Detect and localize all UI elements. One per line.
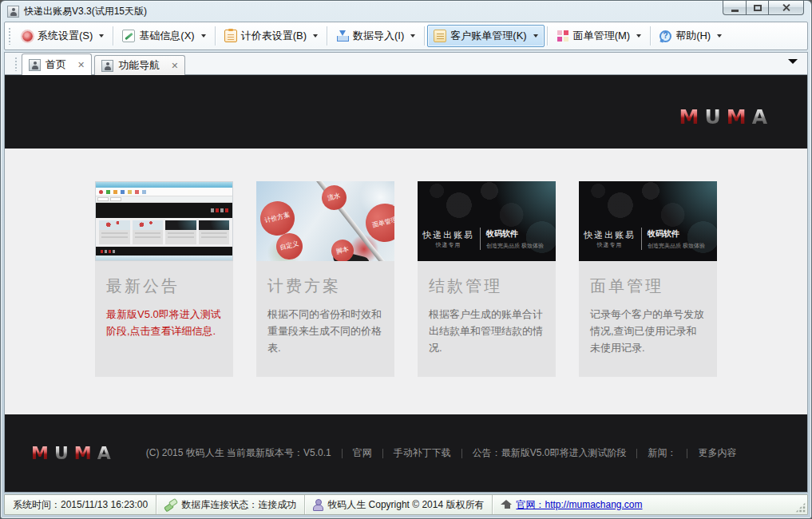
- logo-letter: M: [679, 107, 699, 127]
- brand-company: 牧码软件: [648, 228, 705, 240]
- maximize-button[interactable]: [746, 1, 769, 15]
- menu-price-table[interactable]: 计价表设置(B): [218, 25, 324, 47]
- menu-customer-billing[interactable]: 客户账单管理(K): [427, 25, 544, 47]
- clipboard-icon: [224, 30, 237, 42]
- brand-thumbnail-image: 快递出账易 快递专用 牧码软件 创造完美品质 极致体验: [418, 181, 556, 261]
- menu-label: 客户账单管理(K): [450, 29, 526, 43]
- page-footer: M U M A (C) 2015 牧码人生 当前最新版本号：V5.0.1 官网 …: [5, 414, 807, 492]
- toolbar-grip[interactable]: [8, 27, 12, 45]
- menu-help[interactable]: 帮助(H): [653, 25, 728, 47]
- logo-letter: A: [97, 445, 111, 462]
- tab-icon: [101, 60, 113, 72]
- status-copyright: 牧码人生 Copyright © 2014 版权所有: [305, 495, 493, 514]
- top-banner: M U M A: [5, 75, 807, 149]
- brand-thumbnail-image: 快递出账易 快递专用 牧码软件 创造完美品质 极致体验: [579, 181, 717, 261]
- sheet-grid-icon: [557, 30, 569, 42]
- brand-product-sub: 快递专用: [422, 241, 474, 249]
- footer-notice: 公告：最新版V5.0即将进入测试阶段: [473, 446, 627, 460]
- card-pricing-plan[interactable]: 计价方案 流水 面单管理 自定义 脚本 计费方案 根据不同的省份和时效和重量段来…: [256, 181, 394, 377]
- footer-news-label: 新闻：: [648, 446, 676, 460]
- brand-lockup: 快递出账易 快递专用 牧码软件 创造完美品质 极致体验: [584, 228, 705, 250]
- muma-logo-footer: M U M A: [31, 445, 111, 462]
- invoice-icon: [434, 30, 446, 42]
- footer-copyright: (C) 2015 牧码人生 当前最新版本号：V5.0.1: [146, 446, 331, 460]
- menu-label: 基础信息(X): [139, 29, 194, 43]
- toolbar-separator: [650, 26, 651, 46]
- close-button[interactable]: [769, 1, 804, 15]
- tab-list-dropdown[interactable]: [788, 59, 798, 64]
- chevron-down-icon: [313, 34, 318, 38]
- logo-letter: M: [727, 107, 747, 127]
- tab-close-icon[interactable]: ✕: [171, 61, 178, 71]
- card-settlement[interactable]: 快递出账易 快递专用 牧码软件 创造完美品质 极致体验: [418, 181, 556, 377]
- maximize-icon: [754, 5, 762, 11]
- tab-label: 功能导航: [118, 58, 160, 73]
- window-controls: [723, 1, 804, 15]
- tab-label: 首页: [46, 57, 66, 72]
- website-link[interactable]: 官网：http://mumachang.com: [516, 498, 642, 512]
- app-window: 快递出账易V3.3(试用15天版) 系统设置(S) 基础信息(X) 计价: [0, 0, 812, 519]
- card-title: 最新公告: [106, 275, 222, 297]
- person-icon: [313, 499, 323, 510]
- chevron-down-icon: [636, 34, 641, 38]
- toolbar-separator: [547, 26, 548, 46]
- logo-letter: U: [704, 107, 720, 127]
- tab-home[interactable]: 首页 ✕: [22, 53, 92, 75]
- minimize-button[interactable]: [723, 1, 746, 15]
- title-bar: 快递出账易V3.3(试用15天版): [1, 1, 811, 22]
- tab-close-icon[interactable]: ✕: [77, 60, 85, 70]
- tab-bar: 首页 ✕ 功能导航 ✕: [5, 53, 807, 75]
- card-waybill[interactable]: 快递出账易 快递专用 牧码软件 创造完美品质 极致体验: [579, 181, 717, 377]
- tab-icon: [29, 59, 41, 71]
- menu-label: 帮助(H): [675, 29, 711, 43]
- pricing-thumbnail-image: 计价方案 流水 面单管理 自定义 脚本: [256, 181, 394, 261]
- logo-letter: A: [752, 107, 767, 127]
- card-announcement[interactable]: 最新公告 最新版V5.0即将进入测试阶段,点击查看详细信息.: [95, 181, 233, 377]
- brand-product-name: 快递出账易: [422, 229, 474, 241]
- card-title: 结款管理: [429, 275, 545, 297]
- menu-system-settings[interactable]: 系统设置(S): [15, 25, 110, 47]
- menu-label: 系统设置(S): [38, 29, 93, 43]
- menu-waybill-management[interactable]: 面单管理(M): [550, 25, 648, 47]
- window-title: 快递出账易V3.3(试用15天版): [24, 5, 147, 18]
- status-bar: 系统时间：2015/11/13 16:23:00 数据库连接状态：连接成功 牧码…: [4, 494, 808, 515]
- toolbar-separator: [424, 26, 425, 46]
- resize-grip[interactable]: [795, 502, 806, 513]
- edit-note-icon: [122, 30, 135, 42]
- app-logo-icon: [7, 6, 19, 18]
- footer-link-more[interactable]: 更多内容: [698, 446, 736, 460]
- brand-product-name: 快递出账易: [584, 229, 636, 241]
- status-db-connection: 数据库连接状态：连接成功: [156, 495, 305, 514]
- logo-letter: M: [31, 445, 49, 462]
- tab-navigation[interactable]: 功能导航 ✕: [94, 55, 185, 75]
- home-page: M U M A: [5, 75, 807, 492]
- red-dot-icon: [22, 31, 33, 42]
- card-text: 根据不同的省份和时效和重量段来生成不同的价格表.: [267, 307, 383, 356]
- card-text[interactable]: 最新版V5.0即将进入测试阶段,点击查看详细信息.: [106, 307, 222, 340]
- chevron-down-icon: [717, 34, 722, 38]
- announcement-thumbnail-image: [95, 181, 233, 261]
- menu-label: 数据导入(I): [353, 29, 404, 43]
- status-website: 官网：http://mumachang.com: [493, 495, 650, 514]
- card-title: 面单管理: [590, 275, 706, 297]
- chevron-down-icon: [788, 59, 798, 64]
- toolbar-separator: [113, 26, 113, 46]
- brand-slogan: 创造完美品质 极致体验: [486, 242, 544, 250]
- brand-slogan: 创造完美品质 极致体验: [648, 242, 705, 250]
- menu-basic-info[interactable]: 基础信息(X): [116, 25, 212, 47]
- work-area: 首页 ✕ 功能导航 ✕ M U: [4, 52, 808, 493]
- tabbar-grip[interactable]: [14, 57, 18, 71]
- brand-product-sub: 快递专用: [584, 241, 636, 249]
- footer-link-official-site[interactable]: 官网: [353, 446, 372, 460]
- home-icon: [501, 500, 512, 509]
- footer-link-patch-download[interactable]: 手动补丁下载: [394, 446, 451, 460]
- help-icon: [660, 30, 671, 42]
- menu-data-import[interactable]: 数据导入(I): [330, 25, 422, 47]
- menu-label: 面单管理(M): [573, 29, 631, 43]
- brand-lockup: 快递出账易 快递专用 牧码软件 创造完美品质 极致体验: [422, 228, 544, 250]
- logo-letter: U: [54, 445, 69, 462]
- chevron-down-icon: [410, 34, 415, 38]
- logo-letter: M: [74, 445, 92, 462]
- toolbar-separator: [215, 26, 216, 46]
- muma-logo: M U M A: [679, 107, 767, 127]
